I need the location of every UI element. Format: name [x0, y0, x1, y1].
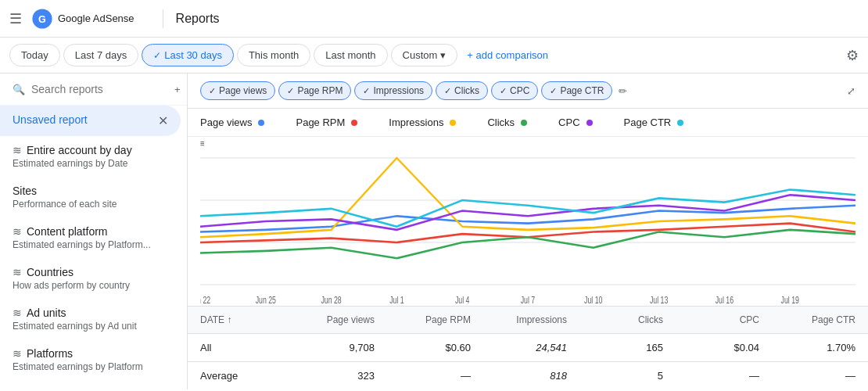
today-button[interactable]: Today — [9, 44, 60, 66]
sidebar-item-countries[interactable]: ≋ Countries How ads perform by country ⋮ — [0, 258, 187, 299]
add-comparison-link[interactable]: + add comparison — [467, 49, 548, 61]
page-views-label: Page views — [219, 85, 267, 96]
filter-page-rpm[interactable]: Page RPM — [278, 81, 351, 100]
cell-avg-pageviews: 323 — [278, 370, 375, 382]
close-icon[interactable]: ✕ — [158, 113, 168, 128]
col-header-pagerpm[interactable]: Page RPM — [375, 314, 471, 325]
filter-impressions[interactable]: Impressions — [354, 81, 432, 100]
cell-all-pagerpm: $0.60 — [375, 342, 471, 353]
x-label-1: Jun 25 — [256, 295, 276, 306]
thismonth-button[interactable]: This month — [237, 44, 310, 66]
filter-cpc[interactable]: CPC — [491, 81, 538, 100]
cell-avg-clicks: 5 — [567, 370, 663, 382]
sidebar-item-content-platform[interactable]: ≋ Content platform Estimated earnings by… — [0, 217, 187, 258]
edit-metrics-icon[interactable]: ✏ — [619, 85, 627, 97]
topbar-divider — [163, 9, 163, 28]
page-rpm-label: Page RPM — [297, 85, 343, 96]
cell-all-cpc: $0.04 — [663, 342, 759, 353]
clicks-line — [200, 230, 855, 258]
sidebar-item-unsaved-title: Unsaved report — [13, 113, 158, 126]
impressions-legend-label: Impressions — [389, 117, 443, 128]
chart-container: Jun 22 Jun 25 Jun 28 Jul 1 Jul 4 Jul 7 J… — [188, 137, 868, 306]
wavy-icon: ≋ — [13, 225, 22, 238]
page-title: Reports — [176, 12, 220, 26]
cell-avg-date: Average — [200, 370, 278, 382]
table-row-all: All 9,708 $0.60 24,541 165 $0.04 1.70% — [188, 334, 868, 362]
add-report-icon[interactable]: + — [174, 84, 181, 95]
legend-impressions: Impressions — [389, 117, 456, 128]
col-header-pageviews[interactable]: Page views — [278, 314, 375, 325]
lastmonth-button[interactable]: Last month — [314, 44, 387, 66]
sidebar-item-title: ≋ Platforms — [13, 347, 160, 360]
x-label-7: Jul 13 — [650, 295, 668, 306]
last7-button[interactable]: Last 7 days — [63, 44, 139, 66]
x-label-6: Jul 10 — [584, 295, 602, 306]
chart-legend: Page views Page RPM Impressions Clicks C… — [188, 109, 868, 137]
sidebar-item-platforms[interactable]: ≋ Platforms Estimated earnings by Platfo… — [0, 339, 187, 380]
sidebar-item-title: ≋ Entire account by day — [13, 144, 160, 156]
filter-page-views[interactable]: Page views — [200, 81, 275, 100]
last30-button[interactable]: Last 30 days — [142, 44, 234, 66]
svg-text:G: G — [38, 13, 46, 24]
cell-all-pageviews: 9,708 — [278, 342, 375, 353]
wavy-icon: ≋ — [13, 347, 22, 360]
page-ctr-label: Page CTR — [560, 85, 604, 96]
col-header-clicks[interactable]: Clicks — [567, 314, 663, 325]
wavy-icon: ≋ — [13, 307, 22, 319]
clicks-label: Clicks — [454, 85, 479, 96]
menu-icon[interactable]: ☰ — [9, 10, 22, 27]
page-ctr-legend-label: Page CTR — [624, 117, 672, 128]
col-header-cpc[interactable]: CPC — [663, 314, 759, 325]
col-header-date[interactable]: DATE ↑ — [200, 314, 278, 325]
impressions-label: Impressions — [373, 85, 424, 96]
settings-icon[interactable]: ⚙ — [846, 47, 859, 64]
x-label-3: Jul 1 — [389, 295, 404, 306]
page-rpm-legend-label: Page RPM — [296, 117, 345, 128]
cell-all-clicks: 165 — [567, 342, 663, 353]
table-header-row: DATE ↑ Page views Page RPM Impressions C… — [188, 307, 868, 334]
cell-avg-pagerpm: — — [375, 370, 471, 382]
impressions-dot — [450, 120, 456, 126]
search-input[interactable] — [31, 83, 168, 95]
topbar: ☰ G Google AdSense Reports — [0, 0, 868, 38]
col-header-impressions[interactable]: Impressions — [471, 314, 567, 325]
content-area: Page views Page RPM Impressions Clicks C… — [188, 74, 868, 389]
sidebar-item-ad-units[interactable]: ≋ Ad units Estimated earnings by Ad unit… — [0, 299, 187, 339]
logo: G Google AdSense — [31, 8, 135, 30]
filter-clicks[interactable]: Clicks — [436, 81, 488, 100]
custom-button[interactable]: Custom ▾ — [391, 44, 458, 66]
sidebar-item-title: ≋ Ad units — [13, 307, 160, 319]
cell-avg-impressions: 818 — [471, 370, 567, 382]
sidebar-search-bar: 🔍 + — [0, 74, 187, 106]
cpc-label: CPC — [510, 85, 529, 96]
chart-align-icon: ≡ — [200, 138, 205, 149]
expand-chart-icon[interactable]: ⤢ — [847, 85, 855, 97]
sidebar-item-title: ≋ Countries — [13, 266, 160, 278]
filter-page-ctr[interactable]: Page CTR — [541, 81, 612, 100]
x-label-2: Jun 28 — [321, 295, 341, 306]
sidebar-item-entire-account[interactable]: ≋ Entire account by day Estimated earnin… — [0, 136, 187, 177]
cpc-dot — [586, 120, 593, 126]
sidebar-item-title: Sites — [13, 185, 160, 197]
main-layout: 🔍 + Unsaved report ✕ ≋ Entire account by… — [0, 74, 868, 389]
chevron-down-icon: ▾ — [440, 49, 446, 61]
line-chart: Jun 22 Jun 25 Jun 28 Jul 1 Jul 4 Jul 7 J… — [200, 137, 855, 306]
x-label-5: Jul 7 — [521, 295, 536, 306]
wavy-icon: ≋ — [13, 266, 22, 278]
clicks-legend-label: Clicks — [487, 117, 515, 128]
sidebar-item-sites[interactable]: Sites Performance of each site ⋮ — [0, 177, 187, 217]
wavy-icon: ≋ — [13, 144, 22, 156]
sidebar-item-unsaved[interactable]: Unsaved report ✕ — [0, 106, 181, 136]
sidebar-item-title: ≋ Content platform — [13, 225, 160, 238]
table-row-average: Average 323 — 818 5 — — — [188, 362, 868, 389]
x-label-0: Jun 22 — [200, 295, 210, 306]
chart-filter-bar: Page views Page RPM Impressions Clicks C… — [188, 74, 868, 109]
legend-page-views: Page views — [200, 117, 264, 128]
sort-asc-icon: ↑ — [227, 314, 231, 325]
cpc-legend-label: CPC — [558, 117, 579, 128]
logo-text: Google AdSense — [58, 13, 135, 24]
col-header-pagectr[interactable]: Page CTR — [759, 314, 855, 325]
page-views-dot — [258, 120, 264, 126]
page-views-legend-label: Page views — [200, 117, 252, 128]
cell-all-pagectr: 1.70% — [759, 342, 855, 353]
